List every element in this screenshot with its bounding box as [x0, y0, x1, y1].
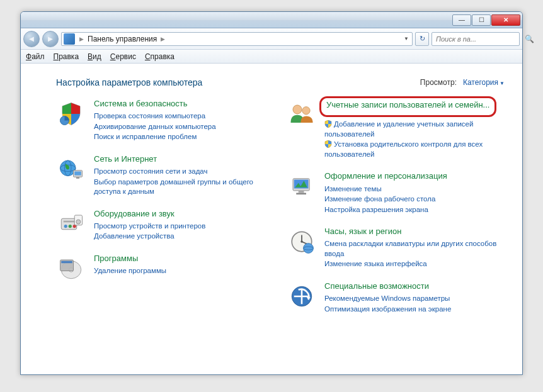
search-box[interactable]: 🔍: [432, 32, 520, 46]
highlight-user-accounts: Учетные записи пользователей и семейн...: [319, 96, 496, 117]
category-sublink[interactable]: Оптимизация изображения на экране: [324, 305, 505, 315]
refresh-button[interactable]: ↻: [415, 32, 429, 46]
ease-of-access-icon: [287, 281, 317, 311]
category-title-link[interactable]: Часы, язык и регион: [324, 227, 505, 237]
address-dropdown-icon[interactable]: ▼: [401, 36, 412, 42]
category-sublink[interactable]: Просмотр устройств и принтеров: [94, 221, 274, 232]
category-body: ПрограммыУдаление программы: [94, 254, 274, 284]
column-left: Система и безопасностьПроверка состояния…: [56, 99, 274, 326]
search-input[interactable]: [435, 35, 525, 43]
shield-icon: [324, 120, 332, 128]
category-body: Сеть и ИнтернетПросмотр состояния сети и…: [94, 154, 274, 198]
menu-view[interactable]: Вид: [88, 52, 101, 61]
category-title-link[interactable]: Учетные записи пользователей и семейн...: [326, 100, 489, 110]
category-sublink[interactable]: Добавление устройства: [94, 232, 274, 242]
category-appearance: Оформление и персонализацияИзменение тем…: [287, 171, 505, 215]
search-icon: 🔍: [525, 35, 534, 43]
category-body: Учетные записи пользователей и семейн...…: [324, 99, 505, 160]
system-security-icon: [56, 99, 86, 129]
forward-button[interactable]: ►: [42, 31, 59, 47]
category-title-link[interactable]: Оборудование и звук: [94, 209, 274, 219]
category-hardware-sound: Оборудование и звукПросмотр устройств и …: [56, 209, 274, 242]
category-title-link[interactable]: Система и безопасность: [94, 99, 274, 109]
category-title-link[interactable]: Программы: [94, 254, 274, 264]
breadcrumb-root[interactable]: Панель управления: [88, 35, 157, 43]
appearance-icon: [287, 171, 317, 201]
content-header: Настройка параметров компьютера Просмотр…: [56, 77, 505, 87]
view-selector: Просмотр: Категория▼: [420, 78, 505, 87]
page-title: Настройка параметров компьютера: [56, 77, 202, 87]
category-body: Часы, язык и регионСмена раскладки клави…: [324, 227, 505, 270]
view-label: Просмотр:: [420, 78, 457, 87]
category-sublink[interactable]: Изменение языка интерфейса: [324, 259, 505, 269]
clock-lang-region-icon: [287, 227, 317, 257]
navbar: ◄ ► ▶ Панель управления ▶ ▼ ↻ 🔍: [21, 28, 522, 50]
category-body: Система и безопасностьПроверка состояния…: [94, 99, 274, 143]
category-network-internet: Сеть и ИнтернетПросмотр состояния сети и…: [56, 154, 274, 198]
category-sublink[interactable]: Изменение темы: [324, 184, 505, 194]
close-button[interactable]: ✕: [491, 14, 520, 26]
titlebar: — ☐ ✕: [21, 12, 522, 28]
column-right: Учетные записи пользователей и семейн...…: [287, 99, 505, 326]
category-programs: ПрограммыУдаление программы: [56, 254, 274, 284]
menu-help[interactable]: Справка: [145, 52, 174, 61]
address-bar[interactable]: ▶ Панель управления ▶ ▼: [61, 32, 413, 46]
category-ease-of-access: Специальные возможностиРекомендуемые Win…: [287, 281, 505, 315]
user-accounts-icon: [287, 99, 317, 129]
minimize-button[interactable]: —: [452, 14, 471, 26]
category-title-link[interactable]: Сеть и Интернет: [94, 154, 274, 164]
menu-tools[interactable]: Сервис: [110, 52, 136, 61]
back-button[interactable]: ◄: [23, 31, 40, 47]
view-dropdown[interactable]: Категория▼: [463, 78, 505, 87]
category-sublink[interactable]: Поиск и исправление проблем: [94, 132, 274, 142]
chevron-down-icon: ▼: [500, 81, 505, 86]
category-system-security: Система и безопасностьПроверка состояния…: [56, 99, 274, 143]
category-sublink[interactable]: Смена раскладки клавиатуры или других сп…: [324, 239, 505, 259]
category-sublink[interactable]: Изменение фона рабочего стола: [324, 194, 505, 204]
category-sublink[interactable]: Выбор параметров домашней группы и общег…: [94, 177, 274, 197]
breadcrumb-sep-icon: ▶: [161, 36, 165, 42]
hardware-sound-icon: [56, 209, 86, 239]
category-body: Оформление и персонализацияИзменение тем…: [324, 171, 505, 215]
category-sublink[interactable]: Добавление и удаление учетных записей по…: [324, 120, 505, 139]
network-internet-icon: [56, 154, 86, 184]
category-sublink[interactable]: Настройка разрешения экрана: [324, 205, 505, 215]
programs-icon: [56, 254, 86, 284]
category-sublink[interactable]: Рекомендуемые Windows параметры: [324, 294, 505, 304]
category-title-link[interactable]: Оформление и персонализация: [324, 171, 505, 181]
category-sublink[interactable]: Просмотр состояния сети и задач: [94, 167, 274, 177]
control-panel-icon: [64, 33, 75, 45]
category-body: Специальные возможностиРекомендуемые Win…: [324, 281, 505, 315]
breadcrumb-sep-icon: ▶: [79, 36, 84, 42]
maximize-button[interactable]: ☐: [472, 14, 491, 26]
category-sublink[interactable]: Установка родительского контроля для все…: [324, 140, 505, 159]
category-columns: Система и безопасностьПроверка состояния…: [56, 99, 505, 326]
content-area: Настройка параметров компьютера Просмотр…: [21, 64, 522, 374]
category-title-link[interactable]: Специальные возможности: [324, 281, 505, 291]
menu-file[interactable]: Файл: [26, 52, 45, 61]
category-body: Оборудование и звукПросмотр устройств и …: [94, 209, 274, 242]
category-user-accounts: Учетные записи пользователей и семейн...…: [287, 99, 505, 160]
category-sublink[interactable]: Архивирование данных компьютера: [94, 122, 274, 132]
category-sublink[interactable]: Удаление программы: [94, 266, 274, 276]
control-panel-window: — ☐ ✕ ◄ ► ▶ Панель управления ▶ ▼ ↻ 🔍 Фа…: [20, 11, 523, 375]
breadcrumb[interactable]: ▶ Панель управления ▶: [77, 35, 401, 43]
category-clock-lang-region: Часы, язык и регионСмена раскладки клави…: [287, 227, 505, 270]
category-sublink[interactable]: Проверка состояния компьютера: [94, 111, 274, 121]
menubar: Файл Правка Вид Сервис Справка: [21, 50, 522, 64]
menu-edit[interactable]: Правка: [54, 52, 79, 61]
shield-icon: [324, 140, 332, 148]
